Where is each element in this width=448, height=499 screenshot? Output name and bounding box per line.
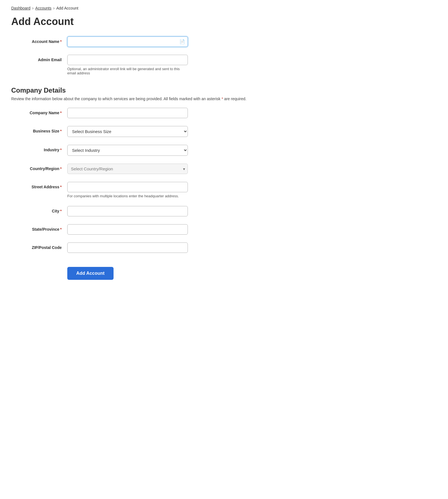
- breadcrumb-accounts[interactable]: Accounts: [35, 6, 52, 10]
- breadcrumb-dashboard[interactable]: Dashboard: [11, 6, 31, 10]
- account-name-required: *: [60, 39, 62, 44]
- business-size-select[interactable]: Select Business Size 1-10 11-50 51-200 2…: [67, 126, 188, 137]
- submit-section: Add Account: [67, 264, 269, 291]
- admin-email-field-wrap: Optional, an administrator enroll link w…: [67, 55, 188, 75]
- street-address-hint: For companies with multiple locations en…: [67, 194, 188, 198]
- company-name-label: Company Name*: [11, 108, 67, 115]
- business-size-label: Business Size*: [11, 126, 67, 133]
- zip-postal-row: ZIP/Postal Code: [11, 242, 269, 253]
- admin-email-label: Admin Email: [11, 55, 67, 62]
- business-size-row: Business Size* Select Business Size 1-10…: [11, 126, 269, 137]
- state-province-field-wrap: [67, 224, 188, 235]
- breadcrumb-separator-1: ›: [32, 6, 34, 11]
- admin-email-row: Admin Email Optional, an administrator e…: [11, 55, 269, 75]
- zip-postal-input[interactable]: [67, 242, 188, 253]
- company-section-title: Company Details: [11, 86, 269, 94]
- country-select-wrapper: ▾: [67, 164, 188, 174]
- street-address-input[interactable]: [67, 182, 188, 192]
- account-name-input[interactable]: [67, 36, 188, 47]
- city-required: *: [60, 209, 62, 213]
- breadcrumb-current: Add Account: [56, 6, 78, 10]
- company-section-description: Review the information below about the c…: [11, 97, 269, 101]
- street-address-label: Street Address*: [11, 182, 67, 189]
- industry-field-wrap: Select Industry Technology Finance Healt…: [67, 145, 188, 156]
- account-name-input-wrap: 📄: [67, 36, 188, 47]
- country-region-required: *: [60, 166, 62, 171]
- account-name-row: Account Name* 📄: [11, 36, 269, 47]
- country-region-field-wrap: ▾: [67, 164, 188, 174]
- page-title: Add Account: [11, 16, 269, 28]
- admin-email-input[interactable]: [67, 55, 188, 65]
- account-name-field-wrap: 📄: [67, 36, 188, 47]
- state-province-required: *: [60, 227, 62, 232]
- industry-label: Industry*: [11, 145, 67, 152]
- admin-email-hint: Optional, an administrator enroll link w…: [67, 67, 188, 75]
- zip-postal-label: ZIP/Postal Code: [11, 242, 67, 250]
- breadcrumb: Dashboard › Accounts › Add Account: [11, 6, 269, 11]
- company-section: Company Details Review the information b…: [11, 86, 269, 253]
- account-name-label: Account Name*: [11, 36, 67, 44]
- add-account-button[interactable]: Add Account: [67, 267, 114, 280]
- state-province-row: State/Province*: [11, 224, 269, 235]
- company-name-field-wrap: [67, 108, 188, 118]
- industry-select[interactable]: Select Industry Technology Finance Healt…: [67, 145, 188, 156]
- breadcrumb-separator-2: ›: [53, 6, 54, 11]
- country-region-label: Country/Region*: [11, 164, 67, 171]
- street-address-field-wrap: For companies with multiple locations en…: [67, 182, 188, 198]
- required-asterisk: *: [221, 97, 223, 101]
- state-province-label: State/Province*: [11, 224, 67, 232]
- business-size-required: *: [60, 129, 62, 133]
- state-province-input[interactable]: [67, 224, 188, 235]
- account-section: Account Name* 📄 Admin Email Optional, an…: [11, 36, 269, 75]
- industry-required: *: [60, 148, 62, 152]
- company-name-input[interactable]: [67, 108, 188, 118]
- zip-postal-field-wrap: [67, 242, 188, 253]
- company-name-row: Company Name*: [11, 108, 269, 118]
- business-size-field-wrap: Select Business Size 1-10 11-50 51-200 2…: [67, 126, 188, 137]
- city-label: City*: [11, 206, 67, 213]
- street-address-row: Street Address* For companies with multi…: [11, 182, 269, 198]
- country-region-input[interactable]: [67, 164, 188, 174]
- company-name-required: *: [60, 111, 62, 115]
- city-input[interactable]: [67, 206, 188, 216]
- city-field-wrap: [67, 206, 188, 216]
- industry-row: Industry* Select Industry Technology Fin…: [11, 145, 269, 156]
- street-address-required: *: [60, 185, 62, 189]
- city-row: City*: [11, 206, 269, 216]
- country-region-row: Country/Region* ▾: [11, 164, 269, 174]
